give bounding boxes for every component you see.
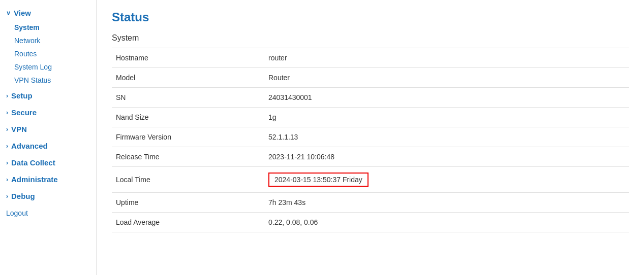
main-content: Status System HostnamerouterModelRouterS… (97, 0, 644, 275)
sidebar-item-vpn-label: VPN (11, 125, 27, 133)
row-value: 1g (264, 108, 629, 127)
row-label: Load Average (112, 213, 264, 232)
row-label: Uptime (112, 193, 264, 213)
sidebar-item-network[interactable]: Network (0, 34, 96, 47)
table-row: Nand Size1g (112, 108, 629, 127)
sidebar-item-advanced[interactable]: › Advanced (0, 138, 96, 154)
sidebar-item-administrate[interactable]: › Administrate (0, 171, 96, 187)
row-value: 52.1.1.13 (264, 127, 629, 147)
chevron-right-icon-vpn: › (6, 126, 8, 133)
sidebar-section-data-collect: › Data Collect (0, 155, 96, 170)
row-value: 24031430001 (264, 88, 629, 108)
sidebar-section-view: ∨ View System Network Routes System Log … (0, 5, 96, 87)
sidebar-item-debug-label: Debug (11, 192, 35, 200)
sidebar-item-administrate-label: Administrate (11, 175, 58, 184)
sidebar-item-secure-label: Secure (11, 108, 37, 117)
chevron-right-icon-debug: › (6, 193, 8, 200)
table-row: Uptime7h 23m 43s (112, 193, 629, 213)
sidebar-item-vpn[interactable]: › VPN (0, 121, 96, 137)
sidebar-item-view[interactable]: ∨ View (0, 5, 96, 21)
row-label: Nand Size (112, 108, 264, 127)
row-label: Firmware Version (112, 127, 264, 147)
row-label: Model (112, 68, 264, 88)
row-label: Local Time (112, 167, 264, 193)
sidebar-item-routes[interactable]: Routes (0, 47, 96, 60)
chevron-right-icon-data-collect: › (6, 159, 8, 166)
row-value: Router (264, 68, 629, 88)
table-row: Hostnamerouter (112, 48, 629, 68)
table-row: SN24031430001 (112, 88, 629, 108)
chevron-right-icon-advanced: › (6, 143, 8, 150)
row-value: 7h 23m 43s (264, 193, 629, 213)
local-time-highlight: 2024-03-15 13:50:37 Friday (268, 173, 369, 187)
sidebar-section-secure: › Secure (0, 105, 96, 120)
sidebar-section-vpn: › VPN (0, 121, 96, 137)
row-label: SN (112, 88, 264, 108)
section-title: System (112, 33, 629, 43)
chevron-right-icon-secure: › (6, 109, 8, 116)
table-row: ModelRouter (112, 68, 629, 88)
row-value: 0.22, 0.08, 0.06 (264, 213, 629, 232)
sidebar-item-data-collect-label: Data Collect (11, 158, 55, 167)
sidebar-section-advanced: › Advanced (0, 138, 96, 154)
sidebar-item-setup[interactable]: › Setup (0, 88, 96, 104)
sidebar-item-system-log[interactable]: System Log (0, 60, 96, 74)
row-value: 2023-11-21 10:06:48 (264, 147, 629, 167)
sidebar-item-advanced-label: Advanced (11, 142, 48, 150)
logout-button[interactable]: Logout (0, 205, 96, 221)
table-row: Release Time2023-11-21 10:06:48 (112, 147, 629, 167)
sidebar-item-vpn-status[interactable]: VPN Status (0, 74, 96, 87)
sidebar-section-debug: › Debug (0, 188, 96, 204)
sidebar-section-administrate: › Administrate (0, 171, 96, 187)
sidebar-item-debug[interactable]: › Debug (0, 188, 96, 204)
row-label: Hostname (112, 48, 264, 68)
table-row: Firmware Version52.1.1.13 (112, 127, 629, 147)
chevron-right-icon-administrate: › (6, 176, 8, 183)
sidebar: ∨ View System Network Routes System Log … (0, 0, 97, 275)
sidebar-item-system[interactable]: System (0, 21, 96, 34)
sidebar-item-view-label: View (14, 9, 31, 17)
chevron-down-icon: ∨ (6, 10, 11, 17)
row-label: Release Time (112, 147, 264, 167)
sidebar-item-setup-label: Setup (11, 91, 33, 100)
status-table: HostnamerouterModelRouterSN24031430001Na… (112, 48, 629, 232)
table-row: Local Time2024-03-15 13:50:37 Friday (112, 167, 629, 193)
table-row: Load Average0.22, 0.08, 0.06 (112, 213, 629, 232)
row-value: 2024-03-15 13:50:37 Friday (264, 167, 629, 193)
page-title: Status (112, 10, 629, 24)
sidebar-section-setup: › Setup (0, 88, 96, 104)
sidebar-item-secure[interactable]: › Secure (0, 105, 96, 120)
sidebar-item-data-collect[interactable]: › Data Collect (0, 155, 96, 170)
row-value: router (264, 48, 629, 68)
sidebar-sub-items-view: System Network Routes System Log VPN Sta… (0, 21, 96, 87)
chevron-right-icon-setup: › (6, 92, 8, 99)
